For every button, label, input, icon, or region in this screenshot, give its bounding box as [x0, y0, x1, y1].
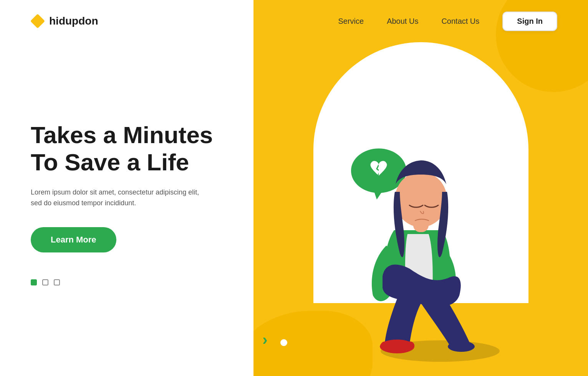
svg-point-6: [448, 341, 475, 352]
svg-marker-3: [373, 188, 384, 200]
nav-service[interactable]: Service: [338, 17, 364, 26]
brand-name: hidupdon: [49, 15, 98, 27]
chevron-right-icon: ›: [262, 331, 267, 348]
svg-rect-0: [31, 14, 45, 28]
nav-links: Service About Us Contact Us Sign In: [338, 12, 557, 31]
learn-more-button[interactable]: Learn More: [31, 227, 116, 252]
nav-about[interactable]: About Us: [387, 17, 418, 26]
nav-contact[interactable]: Contact Us: [441, 17, 479, 26]
navbar: hidupdon Service About Us Contact Us Sig…: [0, 0, 588, 42]
carousel-dot: [280, 339, 287, 346]
arrow-next-button[interactable]: ›: [253, 328, 277, 351]
dot-3[interactable]: [54, 279, 60, 285]
signin-button[interactable]: Sign In: [502, 12, 557, 31]
logo-diamond-icon: [31, 14, 45, 28]
page-container: hidupdon Service About Us Contact Us Sig…: [0, 0, 588, 376]
pagination-dots: [31, 279, 223, 285]
hero-subtitle: Lorem ipsum dolor sit amet, consectetur …: [31, 187, 200, 209]
dot-1[interactable]: [31, 279, 37, 285]
right-inner: ›: [253, 0, 588, 376]
svg-rect-5: [381, 341, 414, 350]
right-panel: ›: [253, 0, 588, 376]
logo: hidupdon: [31, 14, 98, 28]
dot-2[interactable]: [42, 279, 48, 285]
hero-content: Takes a Minutes To Save a Life Lorem ips…: [31, 121, 223, 252]
hero-title: Takes a Minutes To Save a Life: [31, 121, 223, 176]
illustration-svg: [302, 107, 540, 368]
left-panel: Takes a Minutes To Save a Life Lorem ips…: [0, 0, 253, 376]
